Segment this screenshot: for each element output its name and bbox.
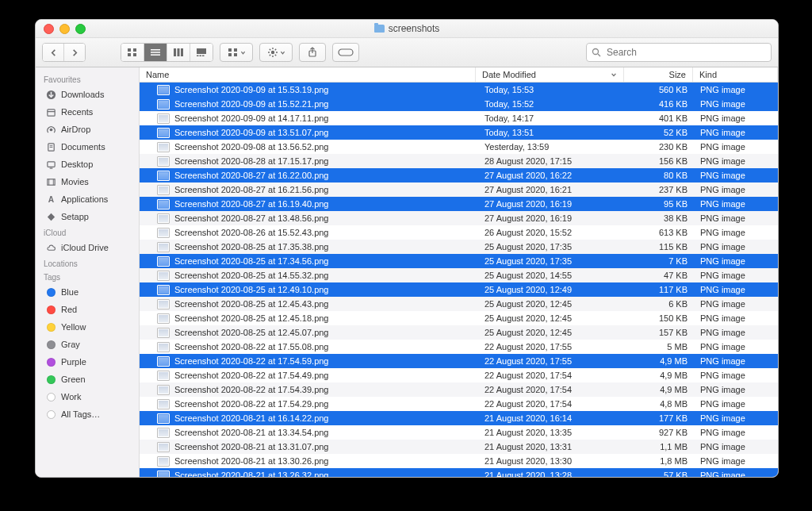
column-header-size[interactable]: Size xyxy=(624,67,693,82)
svg-line-26 xyxy=(274,49,275,50)
search-field[interactable] xyxy=(586,43,772,62)
svg-rect-13 xyxy=(202,56,205,57)
sidebar-item-work[interactable]: Work xyxy=(36,388,139,405)
file-thumb-icon xyxy=(157,128,170,138)
file-name-text: Screenshot 2020-08-22 at 17.54.29.png xyxy=(174,399,328,409)
file-row[interactable]: Screenshot 2020-08-22 at 17.54.49.png22 … xyxy=(140,368,778,382)
arrange-button[interactable] xyxy=(220,43,253,62)
file-kind-cell: PNG image xyxy=(694,256,778,266)
file-name-text: Screenshot 2020-08-27 at 16.21.56.png xyxy=(174,185,328,194)
file-row[interactable]: Screenshot 2020-09-09 at 15.53.19.pngTod… xyxy=(140,83,778,97)
file-date-cell: 25 August 2020, 17:35 xyxy=(478,242,626,252)
file-thumb-icon xyxy=(157,213,170,224)
sidebar-item-label: Gray xyxy=(61,340,80,349)
file-name-cell: Screenshot 2020-08-21 at 13.30.26.png xyxy=(140,456,478,467)
file-kind-cell: PNG image xyxy=(694,413,778,423)
sidebar-item-icloud-drive[interactable]: iCloud Drive xyxy=(36,239,139,256)
file-row[interactable]: Screenshot 2020-08-27 at 16.21.56.png27 … xyxy=(140,182,778,197)
action-button[interactable] xyxy=(259,43,293,62)
column-header-name[interactable]: Name xyxy=(140,67,476,82)
file-name-text: Screenshot 2020-08-27 at 16.19.40.png xyxy=(174,199,328,209)
tag-dot-icon xyxy=(45,286,56,298)
icon-view-button[interactable] xyxy=(121,44,144,61)
file-row[interactable]: Screenshot 2020-08-25 at 17.35.38.png25 … xyxy=(140,240,778,254)
movies-icon xyxy=(45,176,56,187)
file-row[interactable]: Screenshot 2020-08-25 at 12.49.10.png25 … xyxy=(140,282,778,297)
file-row[interactable]: Screenshot 2020-09-09 at 15.52.21.pngTod… xyxy=(140,97,778,111)
file-name-cell: Screenshot 2020-08-21 at 13.31.07.png xyxy=(140,442,478,452)
file-name-cell: Screenshot 2020-08-21 at 13.26.32.png xyxy=(140,471,478,478)
column-header-kind[interactable]: Kind xyxy=(693,67,778,82)
file-name-text: Screenshot 2020-08-21 at 13.34.54.png xyxy=(174,428,328,437)
file-thumb-icon xyxy=(157,85,170,95)
sidebar-item-applications[interactable]: AApplications xyxy=(36,190,139,208)
list-view-button[interactable] xyxy=(144,44,167,61)
sidebar-item-blue[interactable]: Blue xyxy=(36,283,139,301)
column-header-date[interactable]: Date Modified xyxy=(476,67,624,82)
sidebar-item-label: Applications xyxy=(61,194,108,204)
file-row[interactable]: Screenshot 2020-08-21 at 13.34.54.png21 … xyxy=(140,425,778,440)
file-row[interactable]: Screenshot 2020-09-09 at 14.17.11.pngTod… xyxy=(140,111,778,125)
file-size-cell: 52 KB xyxy=(626,128,694,137)
file-row[interactable]: Screenshot 2020-08-22 at 17.54.59.png22 … xyxy=(140,354,778,368)
file-row[interactable]: Screenshot 2020-08-27 at 16.22.00.png27 … xyxy=(140,168,778,182)
sidebar-item-setapp[interactable]: Setapp xyxy=(36,208,139,225)
file-row[interactable]: Screenshot 2020-08-26 at 15.52.43.png26 … xyxy=(140,225,778,240)
sidebar-item-label: Documents xyxy=(61,142,105,152)
search-input[interactable] xyxy=(605,46,766,59)
sidebar-item-all-tags-[interactable]: All Tags… xyxy=(36,405,139,423)
file-name-text: Screenshot 2020-08-27 at 13.48.56.png xyxy=(174,213,328,223)
file-date-cell: 28 August 2020, 17:15 xyxy=(478,156,626,166)
file-row[interactable]: Screenshot 2020-08-27 at 13.48.56.png27 … xyxy=(140,211,778,225)
sidebar-item-airdrop[interactable]: AirDrop xyxy=(36,121,139,138)
file-row[interactable]: Screenshot 2020-08-27 at 16.19.40.png27 … xyxy=(140,197,778,211)
svg-rect-5 xyxy=(151,52,160,53)
sidebar-item-downloads[interactable]: Downloads xyxy=(36,86,139,103)
column-view-button[interactable] xyxy=(167,44,190,61)
file-row[interactable]: Screenshot 2020-08-25 at 12.45.18.png25 … xyxy=(140,311,778,325)
finder-window: screenshots Favourites DownloadsRecentsA… xyxy=(35,19,779,478)
tag-dot-icon xyxy=(45,409,56,420)
file-row[interactable]: Screenshot 2020-08-21 at 16.14.22.png21 … xyxy=(140,411,778,425)
file-row[interactable]: Screenshot 2020-09-08 at 13.56.52.pngYes… xyxy=(140,140,778,154)
file-name-text: Screenshot 2020-08-25 at 12.45.18.png xyxy=(174,313,328,323)
file-thumb-icon xyxy=(157,185,170,195)
sidebar-item-gray[interactable]: Gray xyxy=(36,336,139,353)
file-row[interactable]: Screenshot 2020-08-22 at 17.55.08.png22 … xyxy=(140,340,778,354)
forward-button[interactable] xyxy=(64,44,85,61)
svg-line-24 xyxy=(274,55,275,56)
sidebar-item-red[interactable]: Red xyxy=(36,301,139,318)
file-thumb-icon xyxy=(157,99,170,110)
sidebar-item-documents[interactable]: Documents xyxy=(36,138,139,156)
sidebar-item-movies[interactable]: Movies xyxy=(36,173,139,190)
file-row[interactable]: Screenshot 2020-08-21 at 13.26.32.png21 … xyxy=(140,468,778,477)
sidebar-item-recents[interactable]: Recents xyxy=(36,103,139,121)
file-row[interactable]: Screenshot 2020-08-21 at 13.31.07.png21 … xyxy=(140,440,778,454)
file-kind-cell: PNG image xyxy=(694,471,778,477)
back-button[interactable] xyxy=(43,44,64,61)
file-row[interactable]: Screenshot 2020-08-25 at 14.55.32.png25 … xyxy=(140,268,778,282)
title-bar[interactable]: screenshots xyxy=(36,20,778,38)
file-name-cell: Screenshot 2020-08-21 at 16.14.22.png xyxy=(140,413,478,424)
file-name-cell: Screenshot 2020-08-26 at 15.52.43.png xyxy=(140,228,478,238)
file-kind-cell: PNG image xyxy=(694,85,778,94)
sidebar-item-purple[interactable]: Purple xyxy=(36,353,139,371)
sidebar-item-yellow[interactable]: Yellow xyxy=(36,318,139,336)
tags-button[interactable] xyxy=(332,43,359,62)
file-row[interactable]: Screenshot 2020-09-09 at 13.51.07.pngTod… xyxy=(140,125,778,140)
file-date-cell: 22 August 2020, 17:55 xyxy=(478,342,626,352)
file-row[interactable]: Screenshot 2020-08-22 at 17.54.39.png22 … xyxy=(140,382,778,397)
file-row[interactable]: Screenshot 2020-08-22 at 17.54.29.png22 … xyxy=(140,397,778,411)
file-list[interactable]: Screenshot 2020-09-09 at 15.53.19.pngTod… xyxy=(140,83,778,477)
file-row[interactable]: Screenshot 2020-08-25 at 12.45.43.png25 … xyxy=(140,297,778,311)
sidebar-item-green[interactable]: Green xyxy=(36,371,139,388)
file-row[interactable]: Screenshot 2020-08-25 at 12.45.07.png25 … xyxy=(140,325,778,340)
file-row[interactable]: Screenshot 2020-08-21 at 13.30.26.png21 … xyxy=(140,454,778,468)
share-button[interactable] xyxy=(299,43,326,62)
file-row[interactable]: Screenshot 2020-08-28 at 17.15.17.png28 … xyxy=(140,154,778,168)
gallery-view-button[interactable] xyxy=(190,44,213,61)
svg-line-25 xyxy=(269,55,270,56)
file-row[interactable]: Screenshot 2020-08-25 at 17.34.56.png25 … xyxy=(140,254,778,268)
file-date-cell: 21 August 2020, 13:28 xyxy=(478,471,626,477)
sidebar-item-desktop[interactable]: Desktop xyxy=(36,156,139,173)
